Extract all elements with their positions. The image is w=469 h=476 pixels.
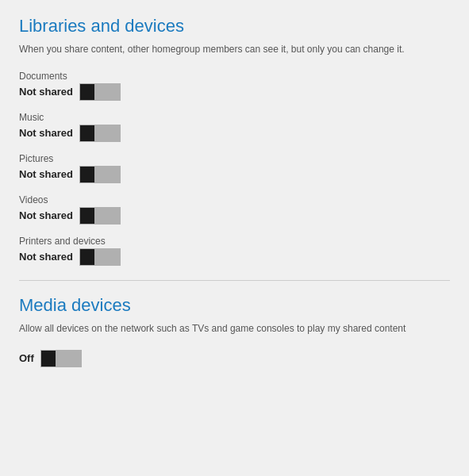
printers-toggle-track [79,248,121,266]
media-section: Media devices Allow all devices on the n… [19,295,450,367]
media-devices-row: Off [19,350,450,367]
media-description: Allow all devices on the network such as… [19,322,450,336]
music-toggle-thumb [80,125,94,141]
music-row: Music Not shared [19,112,450,142]
printers-status: Not shared [19,251,73,263]
libraries-description: When you share content, other homegroup … [19,43,450,56]
printers-label: Printers and devices [19,236,450,247]
pictures-row: Pictures Not shared [19,153,450,183]
documents-status: Not shared [19,86,73,98]
pictures-toggle-track [79,166,121,183]
documents-toggle[interactable] [79,83,121,101]
videos-label: Videos [19,194,450,205]
music-status: Not shared [19,127,73,139]
printers-row: Printers and devices Not shared [19,236,450,266]
printers-toggle[interactable] [79,248,121,266]
videos-toggle-track [79,207,121,225]
pictures-toggle[interactable] [79,166,121,183]
media-toggle[interactable] [40,350,82,367]
section-divider [19,280,450,281]
music-label: Music [19,112,450,123]
documents-label: Documents [19,71,450,82]
music-toggle[interactable] [79,125,121,142]
media-title: Media devices [19,295,450,316]
documents-toggle-track [79,83,121,101]
pictures-status: Not shared [19,168,73,180]
videos-toggle-thumb [80,208,94,224]
videos-row: Videos Not shared [19,194,450,225]
libraries-section: Libraries and devices When you share con… [19,16,450,266]
media-toggle-track [40,350,82,367]
music-toggle-track [79,125,121,142]
documents-toggle-thumb [80,84,94,100]
media-status: Off [19,352,34,364]
media-toggle-thumb [41,351,56,367]
pictures-toggle-thumb [80,167,94,182]
documents-row: Documents Not shared [19,71,450,101]
libraries-title: Libraries and devices [19,16,450,36]
videos-status: Not shared [19,209,73,221]
printers-toggle-thumb [80,249,94,265]
pictures-label: Pictures [19,153,450,164]
videos-toggle[interactable] [79,207,121,225]
